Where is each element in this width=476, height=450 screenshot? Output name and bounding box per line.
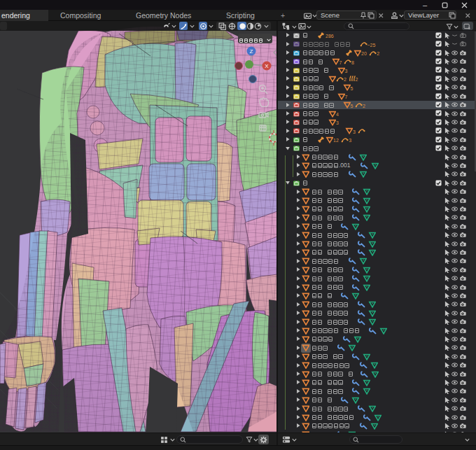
svg-text:X: X — [265, 63, 269, 69]
svg-text:Z: Z — [250, 48, 253, 55]
